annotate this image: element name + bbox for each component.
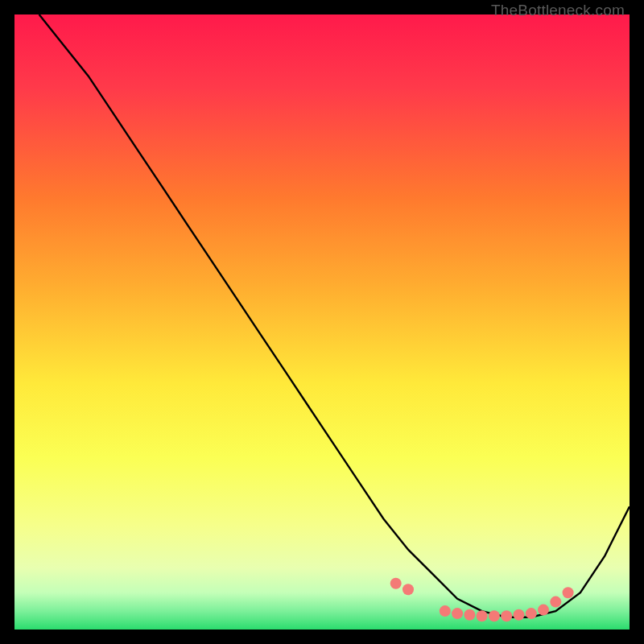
chart-frame [14,14,630,630]
curve-dot [452,608,463,619]
curve-dot [526,608,537,619]
curve-dot [477,610,488,621]
curve-dot [464,609,475,621]
watermark-text: TheBottleneck.com [491,2,625,19]
chart-svg [14,14,630,630]
curve-dot [538,605,549,616]
gradient-background [14,14,630,630]
curve-dot [563,587,574,598]
curve-dot [402,584,414,595]
curve-dot [501,610,512,621]
curve-dot [390,578,402,589]
curve-dot [489,610,500,621]
curve-dot [440,605,451,617]
curve-dot [514,609,525,621]
curve-dot [550,597,561,608]
